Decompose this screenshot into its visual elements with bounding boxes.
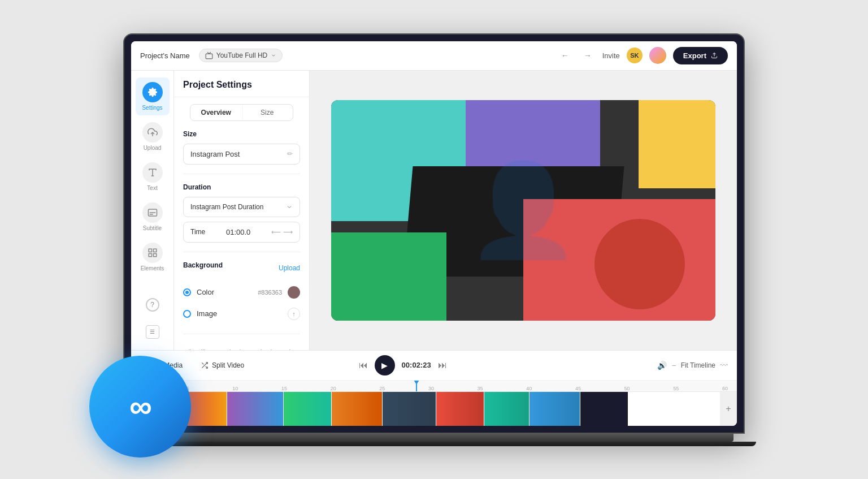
ruler-mark: 25 <box>379 386 385 391</box>
size-selector[interactable]: Instagram Post ✏ <box>183 144 300 165</box>
settings-panel: Project Settings Overview Size <box>174 71 310 350</box>
sidebar-settings-label: Settings <box>142 105 162 111</box>
sidebar-item-text[interactable]: Text <box>136 158 170 196</box>
volume-icon[interactable]: 🔊 <box>657 361 667 370</box>
sidebar-item-elements[interactable]: Elements <box>136 238 170 276</box>
timeline-clip[interactable] <box>332 392 383 426</box>
logo-icon: ∞ <box>129 388 151 425</box>
timeline-clip[interactable] <box>530 392 580 426</box>
ai-notice-section: udio will remove background noise and en… <box>174 334 309 350</box>
timeline-clips <box>131 392 720 426</box>
timeline-clip[interactable] <box>284 392 332 426</box>
preview-area: 👤 <box>310 71 737 350</box>
color-option[interactable]: Color #836363 <box>183 282 300 303</box>
time-value[interactable]: 01:00.0 <box>226 228 250 236</box>
tab-overview[interactable]: Overview <box>190 105 242 120</box>
time-field: Time 01:00.0 ⟵ ⟶ <box>183 222 300 243</box>
sidebar-item-subtitle[interactable]: Subtitle <box>136 198 170 236</box>
format-selector[interactable]: YouTube Full HD <box>199 49 283 62</box>
playhead-triangle <box>414 381 419 385</box>
user-initials-badge: SK <box>627 48 643 63</box>
color-label: Color <box>197 288 214 296</box>
sidebar-subtitle-label: Subtitle <box>143 225 162 231</box>
ruler-mark: 55 <box>673 386 679 391</box>
playback-controls: ⏮ ▶ 00:02:23 ⏭ <box>359 355 447 376</box>
size-section: Size Instagram Post ✏ <box>174 121 309 174</box>
color-swatch[interactable] <box>288 286 300 299</box>
avatar <box>649 47 666 64</box>
split-video-button[interactable]: Split Video <box>196 359 249 372</box>
timeline-clip[interactable] <box>484 392 530 426</box>
timeline-ruler: 0 5 10 15 20 25 30 35 40 45 50 55 60 <box>131 381 737 392</box>
sidebar-item-more[interactable]: ☰ <box>136 321 170 343</box>
laptop-bottom <box>112 442 756 446</box>
image-upload-icon-btn[interactable]: ↑ <box>288 308 300 320</box>
top-bar: Project's Name YouTube Full HD ← → I <box>131 41 737 71</box>
color-radio[interactable] <box>183 288 191 296</box>
waveform-toggle[interactable]: 〰 <box>720 361 728 370</box>
timeline-add-button[interactable]: + <box>720 392 737 426</box>
fast-forward-button[interactable]: ⏭ <box>438 360 447 370</box>
duration-preset-value: Instagram Post Duration <box>190 203 263 211</box>
image-radio[interactable] <box>183 310 191 318</box>
text-icon-circle <box>142 162 163 183</box>
svg-rect-11 <box>153 253 156 256</box>
ruler-mark: 40 <box>526 386 532 391</box>
sidebar-item-settings[interactable]: Settings <box>136 77 170 115</box>
sidebar-bottom: ? ☰ <box>136 294 170 343</box>
upload-icon-circle <box>142 122 163 143</box>
playhead[interactable] <box>416 381 417 391</box>
ruler-mark: 20 <box>331 386 336 391</box>
background-upload-btn[interactable]: Upload <box>279 264 300 272</box>
image-option[interactable]: Image ↑ <box>183 303 300 325</box>
subtitle-icon-circle <box>142 202 163 223</box>
timeline-toolbar: + Add Media Split Video ⏮ ▶ 00:02:23 ⏭ <box>131 351 737 381</box>
background-section: Background Upload Color #836363 Image <box>174 252 309 334</box>
export-button[interactable]: Export <box>673 47 728 64</box>
main-content: Settings Upload <box>131 71 737 350</box>
undo-button[interactable]: ← <box>557 48 573 63</box>
ruler-mark: 10 <box>232 386 238 391</box>
format-label: YouTube Full HD <box>216 51 268 59</box>
sidebar-item-help[interactable]: ? <box>136 294 170 316</box>
play-button[interactable]: ▶ <box>375 355 395 376</box>
sidebar-item-upload[interactable]: Upload <box>136 118 170 156</box>
duration-section: Duration Instagram Post Duration Time 01… <box>174 174 309 252</box>
rewind-button[interactable]: ⏮ <box>359 360 368 370</box>
duration-preset-selector[interactable]: Instagram Post Duration <box>183 197 300 217</box>
fit-timeline-label[interactable]: Fit Timeline <box>681 361 715 369</box>
timeline-right: 🔊 − Fit Timeline 〰 <box>657 361 728 370</box>
ruler-mark: 60 <box>722 386 728 391</box>
background-header: Background Upload <box>183 261 300 275</box>
panel-header: Project Settings <box>174 71 309 97</box>
timeline-section: + Add Media Split Video ⏮ ▶ 00:02:23 ⏭ <box>131 350 737 426</box>
color-hex-value: #836363 <box>258 289 282 296</box>
time-arrows[interactable]: ⟵ ⟶ <box>271 228 293 236</box>
timeline-clip[interactable] <box>227 392 284 426</box>
svg-rect-12 <box>149 253 151 256</box>
zoom-minus[interactable]: − <box>671 361 676 370</box>
redo-button[interactable]: → <box>580 48 596 63</box>
timeline-clip[interactable] <box>580 392 628 426</box>
image-label: Image <box>197 309 217 318</box>
tab-size[interactable]: Size <box>242 105 293 120</box>
size-edit-icon[interactable]: ✏ <box>287 150 293 158</box>
ruler-mark: 50 <box>624 386 630 391</box>
ai-notice-text: udio will remove background noise and en… <box>183 343 300 350</box>
timeline-clip[interactable] <box>383 392 436 426</box>
time-display: 00:02:23 <box>402 361 431 369</box>
timeline-track: + <box>131 392 737 426</box>
svg-rect-9 <box>149 249 151 252</box>
invite-label[interactable]: Invite <box>602 51 620 60</box>
top-bar-left: Project's Name YouTube Full HD <box>140 49 283 62</box>
video-preview: 👤 <box>331 100 715 321</box>
ruler-marks: 0 5 10 15 20 25 30 35 40 45 50 55 60 <box>140 386 728 391</box>
background-label: Background <box>183 261 223 269</box>
sidebar-text-label: Text <box>147 185 157 191</box>
timeline-clip[interactable] <box>436 392 484 426</box>
size-value: Instagram Post <box>190 150 240 158</box>
panel-tabs: Overview Size <box>190 104 293 121</box>
size-label: Size <box>183 130 300 138</box>
sidebar-elements-label: Elements <box>141 265 164 271</box>
project-name[interactable]: Project's Name <box>140 51 190 60</box>
